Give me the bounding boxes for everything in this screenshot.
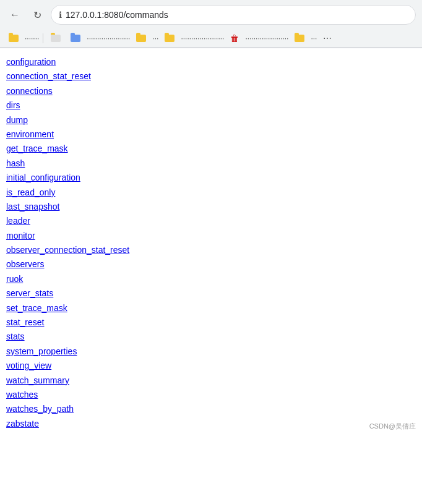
- folder-icon-6: [295, 35, 304, 42]
- command-link[interactable]: server_stats: [6, 286, 416, 300]
- command-link[interactable]: watches: [6, 388, 416, 401]
- reload-button[interactable]: ↻: [28, 6, 46, 23]
- bookmark-separator-1: [43, 33, 43, 43]
- command-link[interactable]: dump: [6, 113, 416, 127]
- command-link[interactable]: leader: [6, 214, 416, 228]
- command-link[interactable]: initial_configuration: [6, 171, 416, 184]
- folder-icon-2: [51, 35, 61, 42]
- command-link[interactable]: dirs: [6, 98, 416, 112]
- bookmark-label-2: ·····················: [87, 34, 130, 43]
- bookmark-label-4: ·····················: [181, 34, 224, 43]
- command-link[interactable]: connection_stat_reset: [6, 69, 416, 83]
- command-link[interactable]: voting_view: [6, 359, 416, 372]
- more-icon: ⋯: [323, 33, 332, 43]
- command-link[interactable]: system_properties: [6, 344, 416, 358]
- back-button[interactable]: ←: [6, 6, 24, 23]
- command-link[interactable]: hash: [6, 156, 416, 170]
- url-text: 127.0.0.1:8080/commands: [66, 10, 168, 20]
- command-link[interactable]: ruok: [6, 272, 416, 286]
- command-link[interactable]: connections: [6, 84, 416, 98]
- command-link[interactable]: watches_by_path: [6, 402, 416, 416]
- command-link[interactable]: set_trace_mask: [6, 301, 416, 315]
- command-link[interactable]: environment: [6, 127, 416, 141]
- command-link[interactable]: observers: [6, 257, 416, 271]
- folder-icon-5: [165, 35, 174, 42]
- bookmark-folder-5[interactable]: [161, 33, 178, 43]
- command-link[interactable]: zabstate: [6, 417, 416, 430]
- command-link[interactable]: watch_summary: [6, 374, 416, 387]
- commands-list: configurationconnection_stat_resetconnec…: [6, 55, 416, 430]
- bookmarks-bar: ······· ····················· ··· ······…: [0, 30, 422, 48]
- bookmark-trash[interactable]: 🗑: [226, 32, 243, 45]
- bookmark-folder-1[interactable]: [5, 33, 22, 43]
- bookmark-more-button[interactable]: ⋯: [319, 32, 335, 45]
- bookmark-folder-4[interactable]: [132, 33, 150, 43]
- command-link[interactable]: observer_connection_stat_reset: [6, 243, 416, 257]
- page-content: configurationconnection_stat_resetconnec…: [0, 48, 422, 437]
- command-link[interactable]: last_snapshot: [6, 200, 416, 213]
- bookmark-label-6: ···: [311, 34, 317, 43]
- command-link[interactable]: configuration: [6, 55, 416, 69]
- command-link[interactable]: monitor: [6, 229, 416, 242]
- bookmark-folder-3[interactable]: [67, 33, 84, 43]
- folder-icon-1: [9, 35, 19, 42]
- watermark: CSDN@吴倩庄: [369, 422, 416, 431]
- command-link[interactable]: stat_reset: [6, 315, 416, 329]
- bookmark-folder-6[interactable]: [291, 33, 308, 43]
- folder-icon-3: [71, 35, 80, 42]
- bookmark-folder-2[interactable]: [47, 33, 64, 43]
- folder-icon-4: [136, 35, 146, 42]
- command-link[interactable]: is_read_only: [6, 186, 416, 199]
- bookmark-label-1: ·······: [25, 34, 39, 43]
- bookmark-label-5: ·····················: [245, 34, 288, 43]
- address-bar[interactable]: ℹ 127.0.0.1:8080/commands: [51, 5, 416, 25]
- command-link[interactable]: get_trace_mask: [6, 142, 416, 155]
- browser-toolbar: ← ↻ ℹ 127.0.0.1:8080/commands: [0, 0, 422, 30]
- trash-icon: 🗑: [230, 33, 239, 43]
- info-icon: ℹ: [59, 10, 62, 20]
- bookmark-label-3: ···: [152, 34, 158, 43]
- browser-chrome: ← ↻ ℹ 127.0.0.1:8080/commands ······· ··…: [0, 0, 422, 48]
- command-link[interactable]: stats: [6, 330, 416, 343]
